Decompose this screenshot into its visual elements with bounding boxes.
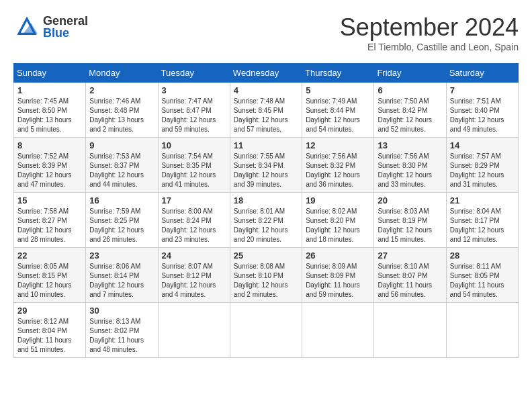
day-number: 17 xyxy=(162,195,226,205)
calendar-cell: 11 Sunrise: 7:55 AMSunset: 8:34 PMDaylig… xyxy=(230,138,302,193)
calendar-cell: 4 Sunrise: 7:48 AMSunset: 8:45 PMDayligh… xyxy=(230,83,302,138)
calendar-cell: 12 Sunrise: 7:56 AMSunset: 8:32 PMDaylig… xyxy=(302,138,374,193)
day-info: Sunrise: 8:00 AMSunset: 8:24 PMDaylight:… xyxy=(162,207,226,244)
day-number: 2 xyxy=(89,85,154,95)
day-number: 14 xyxy=(450,140,515,150)
calendar-cell: 22 Sunrise: 8:05 AMSunset: 8:15 PMDaylig… xyxy=(14,248,86,303)
day-number: 8 xyxy=(17,140,82,150)
day-info: Sunrise: 7:56 AMSunset: 8:30 PMDaylight:… xyxy=(378,152,442,189)
day-number: 12 xyxy=(306,140,370,150)
day-info: Sunrise: 7:52 AMSunset: 8:39 PMDaylight:… xyxy=(17,152,82,189)
calendar-cell: 10 Sunrise: 7:54 AMSunset: 8:35 PMDaylig… xyxy=(158,138,230,193)
day-info: Sunrise: 8:08 AMSunset: 8:10 PMDaylight:… xyxy=(234,262,298,300)
calendar-cell: 16 Sunrise: 7:59 AMSunset: 8:25 PMDaylig… xyxy=(86,193,158,248)
weekday-header-friday: Friday xyxy=(374,64,446,83)
calendar-cell: 24 Sunrise: 8:07 AMSunset: 8:12 PMDaylig… xyxy=(158,248,230,303)
calendar-cell xyxy=(374,303,446,358)
logo-blue: Blue xyxy=(43,27,88,39)
calendar-cell: 18 Sunrise: 8:01 AMSunset: 8:22 PMDaylig… xyxy=(230,193,302,248)
day-info: Sunrise: 8:05 AMSunset: 8:15 PMDaylight:… xyxy=(17,262,82,300)
calendar-cell: 29 Sunrise: 8:12 AMSunset: 8:04 PMDaylig… xyxy=(14,303,86,358)
calendar-table: SundayMondayTuesdayWednesdayThursdayFrid… xyxy=(13,63,519,358)
day-number: 28 xyxy=(450,250,515,261)
day-info: Sunrise: 8:10 AMSunset: 8:07 PMDaylight:… xyxy=(378,262,442,300)
day-info: Sunrise: 8:12 AMSunset: 8:04 PMDaylight:… xyxy=(17,317,82,355)
day-number: 1 xyxy=(17,85,82,95)
day-number: 29 xyxy=(17,306,82,316)
calendar-cell: 6 Sunrise: 7:50 AMSunset: 8:42 PMDayligh… xyxy=(374,83,446,138)
calendar-cell: 27 Sunrise: 8:10 AMSunset: 8:07 PMDaylig… xyxy=(374,248,446,303)
calendar-cell xyxy=(302,303,374,358)
day-number: 10 xyxy=(162,140,226,150)
day-number: 18 xyxy=(234,195,298,205)
weekday-header-sunday: Sunday xyxy=(14,64,86,83)
day-number: 5 xyxy=(306,85,370,95)
logo: General Blue xyxy=(13,13,88,40)
weekday-header-wednesday: Wednesday xyxy=(230,64,302,83)
day-info: Sunrise: 7:45 AMSunset: 8:50 PMDaylight:… xyxy=(17,97,82,134)
day-info: Sunrise: 8:11 AMSunset: 8:05 PMDaylight:… xyxy=(450,262,515,300)
day-number: 25 xyxy=(234,250,298,261)
calendar-week-4: 22 Sunrise: 8:05 AMSunset: 8:15 PMDaylig… xyxy=(14,248,519,303)
calendar-cell: 25 Sunrise: 8:08 AMSunset: 8:10 PMDaylig… xyxy=(230,248,302,303)
day-number: 21 xyxy=(450,195,515,205)
day-number: 16 xyxy=(89,195,154,205)
calendar-cell: 7 Sunrise: 7:51 AMSunset: 8:40 PMDayligh… xyxy=(446,83,518,138)
day-number: 3 xyxy=(162,85,226,95)
day-info: Sunrise: 7:48 AMSunset: 8:45 PMDaylight:… xyxy=(234,97,298,134)
page-header: General Blue September 2024 El Tiemblo, … xyxy=(13,13,519,52)
day-number: 13 xyxy=(378,140,442,150)
calendar-cell xyxy=(158,303,230,358)
day-info: Sunrise: 7:56 AMSunset: 8:32 PMDaylight:… xyxy=(306,152,370,189)
day-info: Sunrise: 7:59 AMSunset: 8:25 PMDaylight:… xyxy=(89,207,154,244)
weekday-header-row: SundayMondayTuesdayWednesdayThursdayFrid… xyxy=(14,64,519,83)
day-info: Sunrise: 7:54 AMSunset: 8:35 PMDaylight:… xyxy=(162,152,226,189)
svg-marker-1 xyxy=(23,23,38,34)
day-number: 7 xyxy=(450,85,515,95)
calendar-cell: 14 Sunrise: 7:57 AMSunset: 8:29 PMDaylig… xyxy=(446,138,518,193)
location-title: El Tiemblo, Castille and Leon, Spain xyxy=(340,42,519,52)
day-number: 19 xyxy=(306,195,370,205)
calendar-cell: 3 Sunrise: 7:47 AMSunset: 8:47 PMDayligh… xyxy=(158,83,230,138)
weekday-header-tuesday: Tuesday xyxy=(158,64,230,83)
day-number: 11 xyxy=(234,140,298,150)
calendar-cell: 8 Sunrise: 7:52 AMSunset: 8:39 PMDayligh… xyxy=(14,138,86,193)
weekday-header-thursday: Thursday xyxy=(302,64,374,83)
day-info: Sunrise: 7:50 AMSunset: 8:42 PMDaylight:… xyxy=(378,97,442,134)
day-number: 4 xyxy=(234,85,298,95)
calendar-cell: 21 Sunrise: 8:04 AMSunset: 8:17 PMDaylig… xyxy=(446,193,518,248)
calendar-cell: 15 Sunrise: 7:58 AMSunset: 8:27 PMDaylig… xyxy=(14,193,86,248)
calendar-cell: 20 Sunrise: 8:03 AMSunset: 8:19 PMDaylig… xyxy=(374,193,446,248)
day-info: Sunrise: 8:13 AMSunset: 8:02 PMDaylight:… xyxy=(89,317,154,355)
day-info: Sunrise: 8:06 AMSunset: 8:14 PMDaylight:… xyxy=(89,262,154,300)
day-number: 15 xyxy=(17,195,82,205)
calendar-cell: 2 Sunrise: 7:46 AMSunset: 8:48 PMDayligh… xyxy=(86,83,158,138)
day-number: 30 xyxy=(89,306,154,316)
calendar-cell: 5 Sunrise: 7:49 AMSunset: 8:44 PMDayligh… xyxy=(302,83,374,138)
day-number: 22 xyxy=(17,250,82,261)
day-info: Sunrise: 8:03 AMSunset: 8:19 PMDaylight:… xyxy=(378,207,442,244)
day-info: Sunrise: 7:53 AMSunset: 8:37 PMDaylight:… xyxy=(89,152,154,189)
day-number: 26 xyxy=(306,250,370,261)
day-number: 27 xyxy=(378,250,442,261)
day-number: 23 xyxy=(89,250,154,261)
calendar-cell: 30 Sunrise: 8:13 AMSunset: 8:02 PMDaylig… xyxy=(86,303,158,358)
day-info: Sunrise: 7:46 AMSunset: 8:48 PMDaylight:… xyxy=(89,97,154,134)
logo-icon xyxy=(13,13,40,40)
calendar-cell: 9 Sunrise: 7:53 AMSunset: 8:37 PMDayligh… xyxy=(86,138,158,193)
calendar-week-3: 15 Sunrise: 7:58 AMSunset: 8:27 PMDaylig… xyxy=(14,193,519,248)
day-number: 6 xyxy=(378,85,442,95)
calendar-cell: 19 Sunrise: 8:02 AMSunset: 8:20 PMDaylig… xyxy=(302,193,374,248)
calendar-cell: 28 Sunrise: 8:11 AMSunset: 8:05 PMDaylig… xyxy=(446,248,518,303)
day-info: Sunrise: 7:51 AMSunset: 8:40 PMDaylight:… xyxy=(450,97,515,134)
calendar-cell: 1 Sunrise: 7:45 AMSunset: 8:50 PMDayligh… xyxy=(14,83,86,138)
calendar-cell: 17 Sunrise: 8:00 AMSunset: 8:24 PMDaylig… xyxy=(158,193,230,248)
day-number: 9 xyxy=(89,140,154,150)
day-info: Sunrise: 8:02 AMSunset: 8:20 PMDaylight:… xyxy=(306,207,370,244)
day-info: Sunrise: 7:57 AMSunset: 8:29 PMDaylight:… xyxy=(450,152,515,189)
day-info: Sunrise: 7:49 AMSunset: 8:44 PMDaylight:… xyxy=(306,97,370,134)
calendar-cell: 26 Sunrise: 8:09 AMSunset: 8:09 PMDaylig… xyxy=(302,248,374,303)
calendar-cell: 13 Sunrise: 7:56 AMSunset: 8:30 PMDaylig… xyxy=(374,138,446,193)
calendar-week-1: 1 Sunrise: 7:45 AMSunset: 8:50 PMDayligh… xyxy=(14,83,519,138)
day-info: Sunrise: 8:01 AMSunset: 8:22 PMDaylight:… xyxy=(234,207,298,244)
